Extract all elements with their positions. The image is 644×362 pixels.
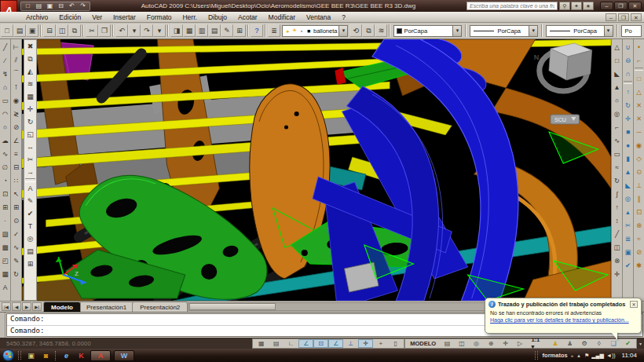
polyline-icon[interactable]: ↯	[0, 67, 10, 80]
dim-jogged-icon[interactable]: ≷	[11, 107, 21, 120]
planar-surface-icon[interactable]: ▭	[612, 147, 622, 160]
temp-track-icon[interactable]: •	[634, 40, 644, 53]
snap-toggle[interactable]: ▦	[254, 339, 269, 348]
next-tab-button[interactable]: ▶	[22, 302, 31, 311]
network-icon[interactable]: ▂▄▆	[591, 353, 604, 359]
save-icon[interactable]: ▣	[26, 24, 38, 37]
start-button[interactable]	[2, 349, 14, 361]
infocenter-icon[interactable]: ✦	[571, 2, 582, 10]
help-icon[interactable]: ?	[251, 24, 263, 37]
tool-palettes-icon[interactable]: ▥	[196, 24, 208, 37]
tray-update-icon[interactable]: ✔	[620, 339, 635, 348]
first-tab-button[interactable]: |◀	[2, 302, 11, 311]
make-layer-current-icon[interactable]: ⟲	[349, 24, 362, 37]
line-icon[interactable]: ╱	[0, 40, 10, 53]
ducs-toggle[interactable]: ⊥	[343, 339, 358, 348]
interfere-icon[interactable]: ⊗	[612, 254, 622, 267]
mirror-icon[interactable]: ◭	[24, 65, 36, 78]
undo-icon[interactable]: ↶	[67, 2, 77, 9]
sphere-2d-icon[interactable]: ○	[612, 93, 622, 107]
menu-dibujo[interactable]: Dibujo	[203, 12, 232, 22]
text-frame-icon[interactable]: ⊞	[24, 258, 36, 270]
menu-archivo[interactable]: Archivo	[20, 12, 53, 22]
intersect-icon[interactable]: ∩	[623, 67, 633, 80]
volume-icon[interactable]: ◄))	[606, 353, 616, 358]
spline-icon[interactable]: ∿	[0, 147, 10, 160]
helix-icon[interactable]: ∿	[612, 133, 622, 147]
search-icon[interactable]: ⚲	[559, 2, 570, 10]
properties-icon[interactable]: ◨	[170, 24, 183, 37]
rectangle-icon[interactable]: ▭	[0, 93, 10, 107]
copy-icon[interactable]: ❐	[98, 24, 111, 37]
scale-icon[interactable]: ◱	[24, 128, 36, 141]
table-icon[interactable]: ▦	[0, 267, 10, 280]
menu-herr[interactable]: Herr.	[177, 12, 202, 22]
pyramid-solid-icon[interactable]: ▴	[623, 205, 633, 218]
word-taskbar-button[interactable]: W	[114, 350, 134, 361]
lineweight-combo[interactable]: PorCapa ▼	[546, 25, 613, 37]
dyn-toggle[interactable]: ✛	[358, 339, 373, 348]
3d-align-icon[interactable]: ✛	[612, 267, 622, 280]
section-icon[interactable]: ◫	[612, 240, 622, 254]
plot-icon[interactable]: ⊟	[56, 2, 66, 9]
photo-viewer-icon[interactable]: ▣	[25, 350, 37, 360]
model-space-button[interactable]: MODELO	[406, 339, 440, 348]
quick-view-layouts-icon[interactable]: ▤	[440, 339, 455, 348]
sheetset-icon[interactable]: ▤	[208, 24, 221, 37]
show-hidden-icons-button[interactable]: ▲	[576, 353, 581, 358]
tab-presentacion1[interactable]: Presentación1	[79, 302, 134, 312]
sphere-solid-icon[interactable]: ●	[623, 138, 633, 152]
snap-perpendicular-icon[interactable]: ⊥	[634, 178, 644, 192]
last-tab-button[interactable]: ▶|	[32, 302, 42, 311]
color-combo-arrow-icon[interactable]: ▼	[452, 26, 461, 36]
redo-icon[interactable]: ↷	[141, 24, 153, 37]
copy-object-icon[interactable]: ⧉	[24, 53, 36, 65]
dim-quick-icon[interactable]: ≡	[11, 147, 21, 160]
steering-wheel-icon[interactable]: ◎	[469, 339, 484, 348]
wedge-solid-icon[interactable]: ◣	[623, 178, 633, 192]
ortho-toggle[interactable]: ∟	[284, 339, 298, 348]
linetype-combo[interactable]: PorCapa ▼	[470, 25, 538, 37]
maximize-button[interactable]: ❐	[614, 2, 628, 10]
layer-combo[interactable]: ●☀▪■ balloneta ▼	[282, 25, 348, 37]
formatos-toolbar-label[interactable]: formatos	[543, 352, 568, 359]
osnap-settings-icon[interactable]: ✱	[634, 258, 644, 272]
markup-icon[interactable]: ✎	[221, 24, 233, 37]
linetype-combo-arrow-icon[interactable]: ▼	[529, 26, 537, 36]
doc-minimize-button[interactable]: –	[606, 13, 617, 21]
presspull-icon[interactable]: ↕	[612, 214, 622, 227]
snap-quadrant-icon[interactable]: ◇	[634, 152, 644, 165]
viewcube-north-label[interactable]: N	[534, 53, 540, 61]
dim-continue-icon[interactable]: ∷	[11, 174, 21, 187]
balloon-details-link[interactable]: Haga clic para ver los detalles de traza…	[490, 317, 638, 323]
lwt-toggle[interactable]: +	[373, 339, 388, 348]
leader-icon[interactable]: ↖	[11, 187, 21, 200]
text-icon[interactable]: A	[24, 182, 36, 195]
revolve-icon[interactable]: ↻	[612, 174, 622, 187]
3d-rotate-icon[interactable]: ↻	[623, 98, 633, 112]
snap-extension-icon[interactable]: ─	[634, 125, 644, 138]
menu-acotar[interactable]: Acotar	[232, 12, 263, 22]
find-icon[interactable]: ◎	[24, 232, 36, 245]
move-icon[interactable]: ✛	[24, 103, 36, 115]
snap-none-icon[interactable]: ⊘	[634, 245, 644, 258]
snap-apparent-icon[interactable]: ✕	[634, 112, 644, 125]
snap-intersection-icon[interactable]: ✕	[634, 98, 644, 112]
region-icon[interactable]: ◰	[0, 254, 10, 267]
osnap-toggle[interactable]: ⊡	[313, 339, 328, 348]
snap-node-icon[interactable]: ⊗	[634, 218, 644, 232]
make-block-icon[interactable]: ⊞	[0, 200, 10, 214]
box-2d-icon[interactable]: □	[612, 53, 622, 67]
layer-previous-icon[interactable]: ⧉	[362, 24, 375, 37]
dim-edit-icon[interactable]: ✎	[11, 254, 21, 267]
annotation-visibility-icon[interactable]: ♟	[548, 339, 563, 348]
model-canvas[interactable]: N SCU Z	[22, 39, 611, 301]
lineweight-combo-arrow-icon[interactable]: ▼	[604, 26, 613, 36]
prev-tab-button[interactable]: ◀	[12, 302, 21, 311]
ellipse-icon[interactable]: ∅	[0, 160, 10, 174]
dim-linear-icon[interactable]: ⊢	[11, 40, 21, 53]
dim-arc-icon[interactable]: ⌒	[11, 67, 21, 80]
dim-diameter-icon[interactable]: ⊘	[11, 120, 21, 133]
snap-endpoint-icon[interactable]: □	[634, 71, 644, 85]
scrollbar-thumb[interactable]	[189, 303, 276, 310]
